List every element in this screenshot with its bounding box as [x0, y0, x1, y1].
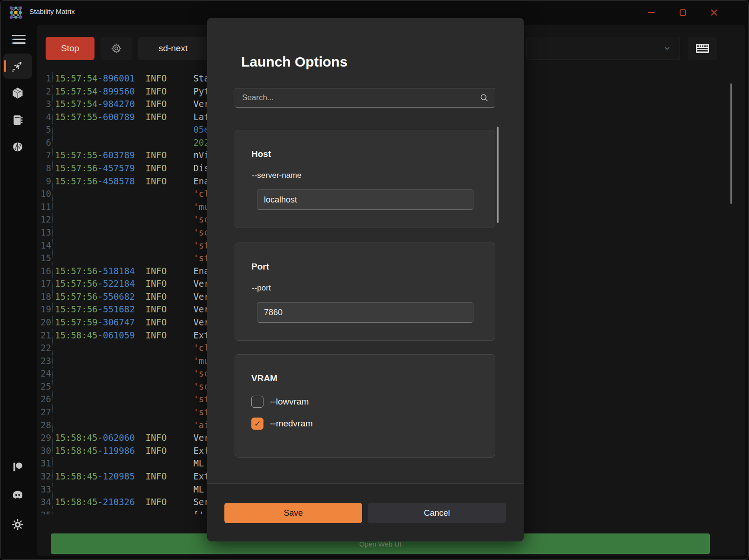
option-card-vram: VRAM ✓ --lowvram ✓ --medvram	[235, 354, 495, 458]
card-heading: VRAM	[251, 373, 277, 384]
option-card-host: Host --server-name	[235, 130, 495, 228]
sidebar-item-discord[interactable]	[3, 482, 32, 507]
app-window: Stability Matrix	[0, 0, 749, 560]
sidebar-item-launch[interactable]	[3, 54, 32, 79]
sidebar-item-settings[interactable]	[3, 512, 32, 537]
stop-button[interactable]: Stop	[46, 37, 94, 60]
checkbox-label: --lowvram	[270, 397, 309, 407]
close-button[interactable]	[702, 4, 726, 21]
sidebar	[0, 25, 37, 560]
discord-icon	[11, 488, 24, 501]
cancel-button[interactable]: Cancel	[368, 503, 506, 523]
save-button-label: Save	[283, 508, 303, 518]
notebook-icon	[12, 114, 24, 126]
card-heading: Host	[251, 149, 271, 159]
package-name-label: sd-next	[159, 43, 188, 54]
search-input[interactable]	[235, 88, 495, 108]
launch-options-dialog: Launch Options Host --server-name Port -…	[207, 18, 524, 541]
sidebar-item-packages[interactable]	[3, 81, 32, 106]
settings-gear-icon	[12, 519, 24, 531]
port-input[interactable]	[257, 302, 473, 323]
card-heading: Port	[251, 262, 269, 272]
option-label: --port	[252, 283, 271, 293]
maximize-icon	[679, 9, 687, 16]
server-name-input[interactable]	[257, 189, 473, 210]
option-label: --server-name	[252, 171, 302, 180]
minimize-icon	[648, 9, 655, 16]
sidebar-item-model-browser[interactable]	[3, 108, 32, 133]
close-icon	[710, 9, 718, 16]
maximize-button[interactable]	[671, 4, 695, 21]
keyboard-icon	[695, 43, 709, 54]
lowvram-checkbox[interactable]: ✓	[251, 396, 263, 408]
sidebar-item-inference[interactable]	[3, 135, 32, 160]
menu-toggle-button[interactable]	[12, 34, 26, 45]
dialog-footer: Save Cancel	[207, 483, 524, 541]
rocket-icon	[11, 60, 24, 73]
app-title: Stability Matrix	[29, 7, 75, 15]
lowvram-checkbox-row[interactable]: ✓ --lowvram	[251, 395, 309, 408]
search-icon	[479, 93, 489, 102]
version-dropdown[interactable]	[526, 37, 680, 60]
sidebar-item-patreon[interactable]	[3, 454, 32, 479]
keyboard-input-button[interactable]	[688, 37, 717, 60]
cancel-button-label: Cancel	[424, 508, 450, 518]
option-card-port: Port --port	[235, 243, 495, 341]
selected-indicator	[4, 60, 6, 72]
package-icon	[11, 87, 24, 100]
dialog-scrollbar[interactable]	[497, 127, 499, 223]
app-logo-icon	[8, 5, 24, 20]
hamburger-icon	[12, 35, 26, 36]
save-button[interactable]: Save	[224, 503, 362, 523]
medvram-checkbox-row[interactable]: ✓ --medvram	[251, 417, 313, 430]
checkbox-label: --medvram	[270, 418, 313, 429]
log-scrollbar[interactable]	[730, 83, 732, 204]
brain-icon	[12, 141, 24, 153]
launch-options-button[interactable]	[101, 37, 132, 60]
stop-button-label: Stop	[61, 43, 79, 54]
gear-icon	[111, 43, 122, 54]
dialog-title: Launch Options	[241, 54, 347, 70]
minimize-button[interactable]	[639, 4, 663, 21]
chevron-down-icon	[663, 44, 671, 53]
medvram-checkbox[interactable]: ✓	[251, 418, 263, 430]
patreon-icon	[12, 461, 24, 473]
package-selector-button[interactable]: sd-next	[138, 37, 208, 60]
